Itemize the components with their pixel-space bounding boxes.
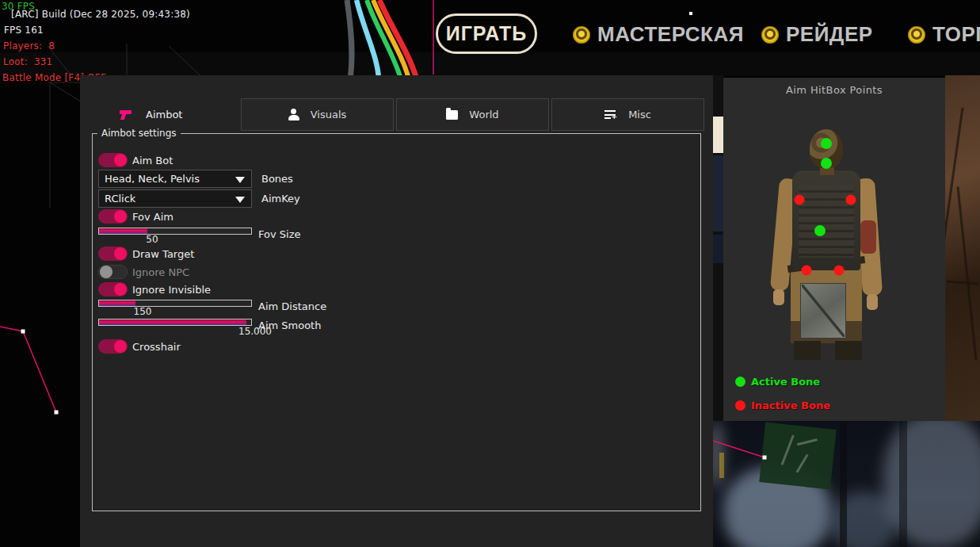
ignore-npc-toggle[interactable] [98,265,128,279]
bone-dot-left-thigh[interactable] [802,266,812,276]
gun-icon [120,109,133,120]
menu-item-raider[interactable]: РЕЙДЕР [761,22,873,47]
active-bone-dot-icon [735,377,745,387]
ignore-invisible-toggle[interactable] [98,282,128,296]
tab-world[interactable]: World [396,98,549,131]
hud-fps: FPS 161 [4,25,44,36]
fov-size-label: Fov Size [258,228,300,240]
hud-loot: Loot: 331 [3,56,52,67]
background-scene [713,421,980,547]
coin-icon [573,26,590,44]
ignore-npc-label: Ignore NPC [132,266,189,278]
model-left-hand [773,289,784,305]
aim-bot-toggle[interactable] [98,153,128,167]
bone-dot-head[interactable] [821,138,832,149]
aim-distance-value: 150 [134,306,152,317]
crosshair-toggle[interactable] [98,339,128,354]
bone-dot-left-shoulder[interactable] [795,195,805,205]
model-right-hand [867,294,878,310]
legend-active-bone: Active Bone [735,376,820,388]
model-arm-patch [860,220,876,254]
aim-distance-label: Aim Distance [258,300,326,312]
playlist-add-icon: + [604,109,617,120]
tab-visuals[interactable]: Visuals [241,98,394,131]
menu-item-label: МАСТЕРСКАЯ [597,22,744,47]
tab-label: Visuals [311,109,347,120]
inactive-bone-dot-icon [735,400,745,411]
bone-dot-right-shoulder[interactable] [846,195,856,205]
crosshair-label: Crosshair [132,341,181,353]
background-rock [945,75,980,421]
legend-label: Active Bone [751,376,820,388]
menu-item-trader[interactable]: ТОРГО [908,22,980,47]
tab-label: Aimbot [146,109,182,120]
cheat-panel: Aimbot Visuals World + Misc Aimbot setti… [80,75,713,547]
tab-label: World [469,109,498,120]
chevron-down-icon [235,177,245,183]
hud-build: [ARC] Build (Dec 28 2025, 09:43:38) [11,9,190,20]
aimkey-dropdown[interactable]: RClick [98,189,252,208]
aimkey-dropdown-value: RClick [105,193,135,205]
tab-label: Misc [628,109,651,120]
background-wall-dark2 [713,235,723,263]
menu-item-label: ТОРГО [932,22,980,47]
chevron-down-icon [235,197,245,203]
aim-bot-label: Aim Bot [132,155,173,166]
screen: 30 FPS [ARC] Build (Dec 28 2025, 09:43:3… [0,0,980,547]
hitbox-panel-title: Aim HitBox Points [723,84,945,96]
menu-item-workshop[interactable]: МАСТЕРСКАЯ [573,22,744,47]
model-left-boot [794,341,821,360]
tab-misc[interactable]: + Misc [551,98,704,131]
hitbox-panel: Aim HitBox Points Active Bone [723,78,945,421]
menu-item-label: РЕЙДЕР [786,22,873,47]
background-wall-light [713,117,723,153]
aimkey-label: AimKey [261,193,300,205]
bone-dot-neck[interactable] [821,158,832,169]
fov-size-slider[interactable] [98,228,252,235]
play-button[interactable]: ИГРАТЬ [436,13,537,54]
legend-label: Inactive Bone [751,400,830,411]
aim-distance-slider[interactable] [98,300,252,307]
group-title: Aimbot settings [97,128,181,139]
model-vest-texture [799,185,854,258]
fov-size-value: 50 [146,234,158,245]
menu-bar-shadow [0,52,980,76]
ignore-invisible-label: Ignore Invisible [132,284,211,296]
background-sign [759,423,836,490]
model-right-boot [835,341,862,360]
bones-dropdown[interactable]: Head, Neck, Pelvis [98,170,252,188]
legend-inactive-bone: Inactive Bone [735,400,830,411]
aim-smooth-label: Aim Smooth [258,319,321,331]
tab-aimbot[interactable]: Aimbot [113,98,232,131]
hud-players: Players: 8 [3,40,55,52]
bones-label: Bones [261,173,293,185]
person-icon [288,109,299,120]
draw-target-toggle[interactable] [98,247,128,261]
coin-icon [761,26,779,44]
coin-icon [908,26,925,44]
background-wall-dark [713,155,723,231]
bone-dot-right-thigh[interactable] [834,266,845,276]
bone-dot-pelvis[interactable] [814,225,826,236]
fov-aim-toggle[interactable] [98,209,128,224]
folder-icon [446,110,458,120]
fov-aim-label: Fov Aim [132,211,174,223]
bones-dropdown-value: Head, Neck, Pelvis [105,173,200,185]
draw-target-label: Draw Target [132,248,194,260]
aim-smooth-slider[interactable] [98,319,252,326]
model-apron-strap [802,285,845,337]
